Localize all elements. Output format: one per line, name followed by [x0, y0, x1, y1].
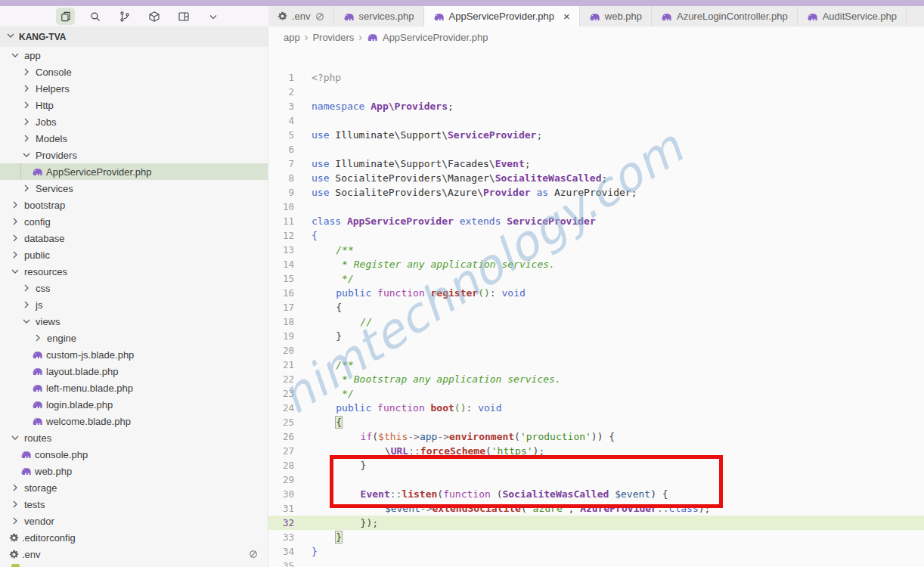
code-line-7[interactable]: 7use Illuminate\Support\Facades\Event; — [268, 156, 924, 171]
sidebar-folder-resources[interactable]: resources — [0, 263, 268, 280]
activity-extensions-cube-button[interactable] — [144, 8, 163, 25]
item-label: bootstrap — [24, 200, 65, 211]
sidebar-folder-views[interactable]: views — [0, 313, 268, 330]
breadcrumb-segment-app[interactable]: app — [284, 32, 300, 43]
code-line-12[interactable]: 12{ — [268, 228, 924, 243]
sidebar-folder-Console[interactable]: Console — [0, 64, 268, 80]
code-line-11[interactable]: 11class AppServiceProvider extends Servi… — [268, 214, 924, 228]
code-line-24[interactable]: 24public function boot(): void — [268, 401, 924, 415]
code-line-17[interactable]: 17{ — [268, 300, 924, 314]
code-line-26[interactable]: 26if($this->app->environment('production… — [268, 429, 924, 444]
code-line-2[interactable]: 2 — [268, 85, 924, 99]
code-line-29[interactable]: 29 — [268, 472, 924, 487]
code-line-21[interactable]: 21/** — [268, 358, 924, 372]
code-line-35[interactable]: 35 — [268, 559, 924, 567]
line-number: 31 — [268, 501, 294, 516]
code-line-10[interactable]: 10 — [268, 200, 924, 214]
sidebar-folder-Services[interactable]: Services — [0, 180, 268, 197]
sidebar-folder-js[interactable]: js — [0, 296, 268, 313]
sidebar-folder-storage[interactable]: storage — [0, 479, 268, 496]
workspace-root[interactable]: KANG-TVA — [0, 26, 268, 47]
sidebar-folder-bootstrap[interactable]: bootstrap — [0, 197, 268, 213]
sidebar-folder-routes[interactable]: routes — [0, 429, 268, 446]
sidebar-folder-Providers[interactable]: Providers — [0, 147, 268, 163]
breadcrumb-segment-AppServiceProvider.php[interactable]: AppServiceProvider.php — [383, 32, 488, 43]
code-line-27[interactable]: 27\URL::forceScheme('https'); — [268, 444, 924, 458]
activity-explorer-button[interactable] — [56, 8, 75, 25]
close-icon[interactable]: × — [563, 11, 570, 22]
code-line-13[interactable]: 13/** — [268, 243, 924, 257]
activity-search-button[interactable] — [85, 8, 104, 25]
code-line-22[interactable]: 22 * Bootstrap any application services. — [268, 372, 924, 386]
code-line-28[interactable]: 28} — [268, 458, 924, 472]
activity-source-control-button[interactable] — [115, 8, 134, 25]
code-line-6[interactable]: 6 — [268, 142, 924, 156]
code-line-31[interactable]: 31$event->extendSocialite('azure', Azure… — [268, 501, 924, 516]
code-line-23[interactable]: 23 */ — [268, 386, 924, 401]
tab-AuditService.php[interactable]: AuditService.php — [798, 6, 907, 26]
sidebar-folder-config[interactable]: config — [0, 213, 268, 230]
sidebar-folder-vendor[interactable]: vendor — [0, 513, 268, 529]
line-content: use SocialiteProviders\Azure\Provider as… — [312, 185, 637, 200]
chevron-right-icon — [9, 249, 21, 261]
item-label: views — [36, 316, 60, 327]
code-line-34[interactable]: 34} — [268, 544, 924, 559]
sidebar-file-layout.blade.php[interactable]: layout.blade.php — [0, 363, 268, 380]
sidebar-folder-Models[interactable]: Models — [0, 130, 268, 147]
breadcrumb-segment-Providers[interactable]: Providers — [312, 32, 354, 43]
sidebar-file-web.php[interactable]: web.php — [0, 463, 268, 479]
sidebar-file-custom-js.blade.php[interactable]: custom-js.blade.php — [0, 346, 268, 363]
code-line-9[interactable]: 9use SocialiteProviders\Azure\Provider a… — [268, 185, 924, 200]
line-number: 4 — [268, 113, 294, 128]
code-line-18[interactable]: 18// — [268, 314, 924, 329]
line-number: 28 — [268, 458, 294, 472]
chevron-right-icon — [9, 215, 21, 228]
sidebar-folder-css[interactable]: css — [0, 280, 268, 296]
sidebar-file-login.blade.php[interactable]: login.blade.php — [0, 396, 268, 413]
code-line-5[interactable]: 5use Illuminate\Support\ServiceProvider; — [268, 128, 924, 142]
indent-guide — [20, 163, 21, 180]
tab-AzureLoginController.php[interactable]: AzureLoginController.php — [652, 6, 798, 26]
tab-web.php[interactable]: web.php — [580, 6, 652, 26]
code-line-14[interactable]: 14 * Register any application services. — [268, 257, 924, 271]
line-number: 10 — [268, 200, 294, 214]
code-line-32[interactable]: 32}); — [268, 516, 924, 530]
sidebar-folder-engine[interactable]: engine — [0, 330, 268, 346]
sidebar-file-console.php[interactable]: console.php — [0, 446, 268, 463]
tab-.env[interactable]: .env — [268, 6, 334, 26]
code-line-20[interactable]: 20 — [268, 343, 924, 358]
sidebar-file-.editorconfig[interactable]: .editorconfig — [0, 529, 268, 546]
sidebar-folder-public[interactable]: public — [0, 246, 268, 263]
code-line-30[interactable]: 30Event::listen(function (SocialiteWasCa… — [268, 487, 924, 501]
code-line-8[interactable]: 8use SocialiteProviders\Manager\Socialit… — [268, 171, 924, 185]
code-line-19[interactable]: 19} — [268, 329, 924, 343]
code-editor[interactable]: app›Providers›AppServiceProvider.php 1<?… — [268, 26, 924, 567]
titlebar-accent-strip — [0, 0, 924, 6]
code-line-15[interactable]: 15 */ — [268, 271, 924, 286]
sidebar-file-welcome.blade.php[interactable]: welcome.blade.php — [0, 413, 268, 429]
code-line-25[interactable]: 25{ — [268, 415, 924, 429]
tab-AppServiceProvider.php[interactable]: AppServiceProvider.php× — [424, 6, 580, 26]
sidebar-folder-Helpers[interactable]: Helpers — [0, 80, 268, 97]
code-line-3[interactable]: 3namespace App\Providers; — [268, 99, 924, 113]
sidebar-folder-tests[interactable]: tests — [0, 496, 268, 513]
activity-editor-layout-button[interactable] — [174, 8, 193, 25]
tab-services.php[interactable]: services.php — [334, 6, 424, 26]
sidebar-folder-app[interactable]: app — [0, 47, 268, 64]
sidebar-file-.env[interactable]: .env — [0, 546, 268, 562]
code-line-4[interactable]: 4 — [268, 113, 924, 128]
sidebar-folder-Http[interactable]: Http — [0, 97, 268, 113]
code-line-16[interactable]: 16public function register(): void — [268, 286, 924, 300]
code-line-1[interactable]: 1<?php — [268, 70, 924, 85]
line-content: Event::listen(function (SocialiteWasCall… — [312, 487, 668, 501]
code-line-33[interactable]: 33} — [268, 530, 924, 544]
line-number: 19 — [268, 329, 294, 343]
line-content: } — [312, 329, 342, 343]
line-number: 17 — [268, 300, 294, 314]
sidebar-folder-database[interactable]: database — [0, 230, 268, 246]
sidebar-folder-Jobs[interactable]: Jobs — [0, 113, 268, 130]
activity-more-chevron-button[interactable] — [203, 8, 222, 25]
sidebar-file-AppServiceProvider.php[interactable]: AppServiceProvider.php — [0, 163, 268, 180]
tab-label: .env — [292, 11, 311, 22]
sidebar-file-left-menu.blade.php[interactable]: left-menu.blade.php — [0, 380, 268, 396]
